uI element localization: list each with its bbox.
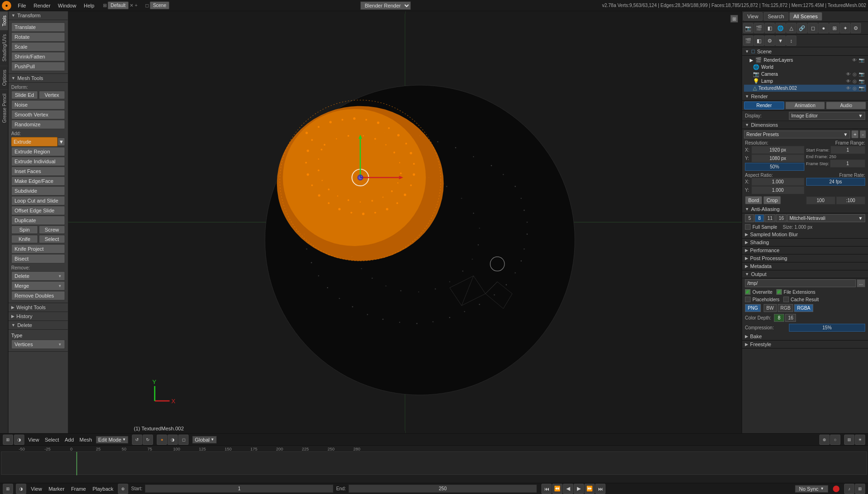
translate-btn[interactable]: Translate (11, 22, 65, 32)
outliner-world[interactable]: 🌐 World (744, 64, 866, 71)
fps-value[interactable]: 24 fps (806, 178, 866, 186)
icon-sort[interactable]: ↕ (786, 36, 796, 46)
lamp-eye[interactable]: 👁 (846, 79, 851, 84)
screw-btn[interactable]: Screw (39, 225, 66, 234)
audio-icon[interactable]: ♪ (844, 484, 854, 494)
outliner-texturedmesh[interactable]: △ TexturedMesh.002 👁 ◎ 📷 (744, 85, 866, 92)
mesh-select[interactable]: ◎ (853, 86, 857, 91)
res-x-value[interactable]: 1920 px (751, 146, 804, 154)
render-menu[interactable]: Render (31, 0, 53, 11)
file-ext-checkbox[interactable] (776, 289, 782, 295)
end-value[interactable]: 250 (349, 485, 537, 493)
viewport-maximize-btn[interactable]: ⊞ (730, 15, 738, 22)
scene-selector[interactable]: Scene (150, 1, 169, 9)
pivot-selector[interactable]: Global ▼ (192, 436, 217, 443)
play-reverse-btn[interactable]: ◀ (563, 484, 573, 494)
start-frame-value[interactable]: 1 (831, 146, 865, 154)
viewport-select-menu[interactable]: Select (43, 437, 61, 443)
tr-100b-value[interactable]: :100 (836, 196, 865, 204)
sync-selector[interactable]: No Sync ▼ (795, 485, 829, 493)
render-texture-icon[interactable]: ◻ (178, 435, 189, 445)
lamp-select[interactable]: ◎ (853, 79, 857, 84)
snap-icon-1[interactable]: ⊞ (844, 435, 854, 445)
icon-object[interactable]: △ (786, 23, 796, 33)
side-tab-tools[interactable]: Tools (0, 11, 8, 30)
dimensions-header[interactable]: ▼ Dimensions (742, 121, 868, 129)
bord-btn[interactable]: Bord (745, 196, 762, 204)
viewport-view-menu[interactable]: View (26, 437, 41, 443)
placeholders-checkbox[interactable] (745, 297, 751, 302)
aa-5[interactable]: 5 (745, 214, 754, 222)
output-path-browse-btn[interactable]: ... (857, 279, 865, 287)
search-tab[interactable]: Search (764, 12, 788, 21)
nav-icon-1[interactable]: ↺ (132, 435, 142, 445)
extrude-region-btn[interactable]: Extrude Region (11, 147, 65, 156)
remove-preset-btn[interactable]: - (860, 130, 866, 138)
outliner-lamp[interactable]: 💡 Lamp 👁 ◎ 📷 (744, 78, 866, 85)
icon-render[interactable]: 🎬 (754, 23, 764, 33)
randomize-btn[interactable]: Randomize (11, 120, 65, 129)
mesh-eye[interactable]: 👁 (846, 86, 851, 91)
timeline-icon[interactable]: ⊞ (855, 484, 865, 494)
icon-render2[interactable]: 🎬 (743, 36, 753, 46)
metadata-header[interactable]: ▶ Metadata (742, 262, 868, 270)
viewport-add-menu[interactable]: Add (63, 437, 76, 443)
vertex-btn[interactable]: Vertex (39, 91, 66, 99)
start-value[interactable]: 1 (145, 485, 333, 493)
icon-scene-properties[interactable]: 📷 (743, 23, 753, 33)
icon-object-constraints[interactable]: 🔗 (797, 23, 807, 33)
timeline-marker-menu[interactable]: Marker (47, 486, 66, 492)
aa-11[interactable]: 11 (765, 214, 775, 222)
side-tab-options[interactable]: Options (0, 65, 8, 89)
format-bw-btn[interactable]: BW (764, 304, 777, 312)
help-menu[interactable]: Help (81, 0, 97, 11)
merge-dropdown[interactable]: Merge ▼ (11, 281, 65, 291)
res-percent[interactable]: 50% (745, 163, 804, 171)
inset-faces-btn[interactable]: Inset Faces (11, 167, 65, 176)
select-btn[interactable]: Select (39, 235, 66, 243)
play-btn[interactable]: ▶ (574, 484, 584, 494)
record-btn[interactable] (833, 486, 839, 492)
vertices-dropdown[interactable]: Vertices ▼ (11, 340, 65, 349)
timeline-playback-menu[interactable]: Playback (91, 486, 116, 492)
outliner-render-layers[interactable]: ▶ 🎬 RenderLayers 👁 📷 (744, 57, 866, 64)
viewport-icon-1[interactable]: ⊞ (3, 435, 13, 445)
render-btn[interactable]: Render (744, 102, 784, 109)
loop-cut-slide-btn[interactable]: Loop Cut and Slide (11, 196, 65, 205)
side-tab-shading[interactable]: Shading/UVs (0, 30, 8, 65)
spin-btn[interactable]: Spin (11, 225, 38, 234)
skip-end-btn[interactable]: ⏭ (595, 484, 605, 494)
bake-header[interactable]: ▶ Bake (742, 333, 868, 341)
extrude-btn[interactable]: Extrude (11, 137, 58, 146)
make-edge-face-btn[interactable]: Make Edge/Face (11, 176, 65, 186)
cache-result-checkbox[interactable] (783, 297, 789, 302)
cd-16-btn[interactable]: 16 (785, 314, 796, 322)
cd-8-btn[interactable]: 8 (774, 314, 784, 322)
knife-project-btn[interactable]: Knife Project (11, 244, 65, 254)
camera-render[interactable]: 📷 (859, 72, 864, 77)
display-dropdown[interactable]: Image Editor ▼ (789, 112, 865, 120)
performance-header[interactable]: ▶ Performance (742, 247, 868, 254)
icon-particles[interactable]: ✦ (840, 23, 850, 33)
view-tab[interactable]: View (743, 12, 763, 21)
format-rgb-btn[interactable]: RGB (778, 304, 794, 312)
mode-selector[interactable]: Edit Mode ▼ (96, 436, 128, 443)
status-icon-2[interactable]: ◑ (16, 484, 26, 494)
magnet-icon[interactable]: ⊕ (819, 435, 830, 445)
scene-section-header[interactable]: ▼ ◻ Scene (742, 47, 868, 56)
slide-ed-btn[interactable]: Slide Ed (11, 91, 38, 99)
frame-step-value[interactable]: 1 (830, 160, 865, 167)
output-header[interactable]: ▼ Output (742, 270, 868, 278)
subdivide-btn[interactable]: Subdivide (11, 186, 65, 196)
timeline-view-menu[interactable]: View (29, 486, 44, 492)
scale-btn[interactable]: Scale (11, 42, 65, 51)
render-presets-dropdown[interactable]: Render Presets ▼ (744, 131, 850, 138)
icon-render-layers2[interactable]: ◧ (754, 36, 764, 46)
shrink-fatten-btn[interactable]: Shrink/Fatten (11, 52, 65, 61)
aspect-x-value[interactable]: 1.000 (751, 178, 804, 186)
timeline-frame-menu[interactable]: Frame (69, 486, 88, 492)
play-icon[interactable]: ⊕ (118, 484, 128, 494)
remove-doubles-btn[interactable]: Remove Doubles (11, 291, 65, 300)
compression-value[interactable]: 15% (789, 324, 865, 332)
icon-texture[interactable]: ⊞ (829, 23, 839, 33)
